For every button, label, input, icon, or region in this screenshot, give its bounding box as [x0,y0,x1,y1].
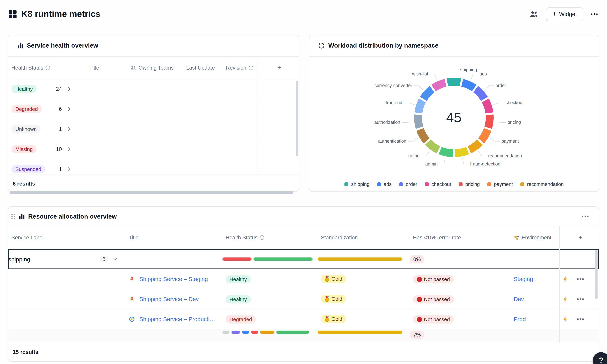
legend-item[interactable]: shipping [345,182,370,187]
column-health-status[interactable]: Health Status [222,235,318,241]
column-title[interactable]: Title [86,65,127,71]
donut-segment[interactable] [418,115,420,128]
workload-header: Workload distribution by namespace [309,35,599,57]
service-row[interactable]: Shipping Service – Dev Healthy Gold × [8,289,599,309]
group-row-degraded[interactable]: Degraded 6 [8,99,299,119]
column-title[interactable]: Title [125,235,222,241]
more-dots-icon [582,216,589,217]
donut-segment[interactable] [462,83,474,88]
label-leader-line [404,103,415,105]
legend-swatch [377,182,381,186]
group-row-suspended[interactable]: Suspended 1 [8,159,299,175]
add-column-button[interactable]: + [257,64,299,72]
donut-segment[interactable] [455,151,468,153]
not-passed-label: Not passed [424,276,450,282]
donut-segment[interactable] [485,100,489,113]
group-row-partial[interactable]: 7% [8,329,599,342]
row-more-button[interactable] [577,299,584,300]
donut-slice-label: fraud-detection [470,161,500,167]
donut-segment[interactable] [440,151,453,153]
share-users-button[interactable] [528,9,540,19]
donut-segment[interactable] [418,100,423,113]
column-label: Owning Teams [138,65,174,71]
topbar: K8 runtime metrics + Widget [8,5,599,23]
donut-segment[interactable] [488,115,490,128]
entity-link[interactable]: Shipping Service – Producti… [139,316,215,322]
column-label: Title [89,65,99,71]
column-health-status[interactable]: Health Status [8,65,86,71]
column-error-rate[interactable]: Has <15% error rate [410,235,510,241]
entity-link[interactable]: Shipping Service – Staging [139,276,208,282]
legend-item[interactable]: payment [487,182,513,187]
donut-slice-label: admin [425,161,438,167]
donut-segment[interactable] [469,142,480,150]
medal-icon [325,296,330,302]
info-icon [259,235,264,240]
legend-item[interactable]: ads [377,182,391,187]
not-passed-label: Not passed [424,296,450,302]
donut-segment[interactable] [481,130,487,141]
environment-icon [514,235,520,240]
chevron-right-icon[interactable] [66,147,70,151]
legend-swatch [399,182,403,186]
chevron-right-icon[interactable] [66,87,70,91]
donut-segment[interactable] [423,89,432,99]
legend-item[interactable]: recommendation [520,182,564,187]
service-row[interactable]: Shipping Service – Staging Healthy Gold … [8,269,599,289]
legend-item[interactable]: order [399,182,417,187]
group-row-unknown[interactable]: Unknown 1 [8,119,299,139]
column-last-update[interactable]: Last Update [183,65,223,71]
service-row[interactable]: Shipping Service – Producti… Degraded Go… [8,309,599,329]
chevron-down-icon[interactable] [113,257,117,260]
plus-icon: + [579,234,583,242]
donut-segment[interactable] [476,89,484,99]
label-leader-line [493,103,504,105]
column-revision[interactable]: Revision [223,65,257,71]
widget-more-button[interactable] [580,214,590,219]
bar-segment [260,331,274,334]
bolt-icon[interactable] [563,296,568,302]
horizontal-scrollbar[interactable] [10,191,293,194]
donut-segment[interactable] [447,82,460,82]
label-leader-line [495,122,506,122]
vertical-scrollbar[interactable] [296,81,298,156]
medal-icon [325,316,330,322]
donut-segment[interactable] [434,83,446,88]
row-more-button[interactable] [577,319,584,320]
environment-link[interactable]: Staging [514,276,533,282]
bar-segment [276,331,309,334]
donut-slice-label: frontend [386,100,402,105]
label-leader-line [462,157,469,164]
group-count: 6 [59,106,62,112]
group-row-missing[interactable]: Missing 10 [8,139,299,159]
legend-item[interactable]: pricing [459,182,480,187]
environment-link[interactable]: Dev [514,296,524,302]
add-widget-button[interactable]: + Widget [546,7,583,21]
vertical-scrollbar[interactable] [595,250,598,299]
chart-legend: shipping ads order checkout pricing paym… [309,182,599,187]
drag-handle-icon[interactable] [11,214,15,219]
donut-slice-label: pricing [508,120,521,125]
chevron-right-icon[interactable] [66,107,70,111]
donut-slice-label: recommendation [488,153,522,158]
group-row-healthy[interactable]: Healthy 24 [8,79,299,99]
entity-link[interactable]: Shipping Service – Dev [139,296,199,302]
row-more-button[interactable] [577,278,584,280]
chevron-right-icon[interactable] [66,127,70,131]
bolt-icon[interactable] [563,316,568,322]
column-standardization[interactable]: Standardization [318,235,410,241]
status-badge: Missing [11,145,37,153]
legend-item[interactable]: checkout [425,182,451,187]
column-environment[interactable]: Environment [510,235,559,241]
bolt-icon[interactable] [563,276,568,282]
column-owning-teams[interactable]: Owning Teams [127,65,183,71]
environment-link[interactable]: Prod [514,316,526,322]
page-more-button[interactable] [590,12,599,16]
group-row-shipping[interactable]: shipping 3 0% [8,249,599,269]
donut-segment[interactable] [428,142,439,150]
chevron-right-icon[interactable] [66,167,70,171]
donut-segment[interactable] [420,130,427,141]
column-service-label[interactable]: Service Label [8,235,125,241]
dashboard-logo-icon [8,9,17,19]
add-column-button[interactable]: + [559,234,599,242]
